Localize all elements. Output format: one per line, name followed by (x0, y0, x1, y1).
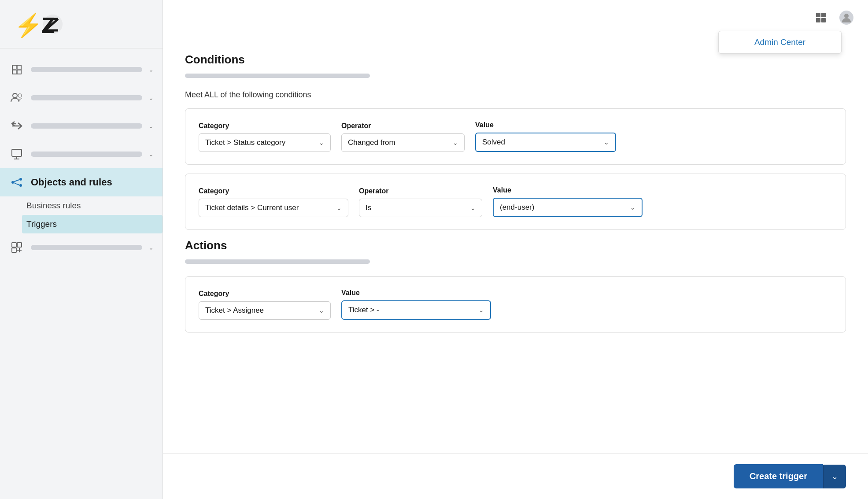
chevron-icon: ⌄ (148, 151, 154, 158)
operator-field-group-1: Operator Changed from ⌄ (341, 122, 465, 152)
apps-grid-icon[interactable] (813, 9, 829, 26)
topbar: Admin Center (163, 0, 868, 35)
actions-title: Actions (185, 239, 846, 252)
sub-nav-triggers[interactable]: Triggers (22, 215, 163, 233)
admin-center-dropdown: Admin Center (718, 31, 842, 54)
nav-label-bar (31, 123, 142, 129)
svg-text:Z: Z (41, 13, 55, 38)
chevron-down-icon: ⌄ (453, 139, 458, 146)
svg-rect-8 (12, 70, 16, 74)
value-field-group-1: Value Solved ⌄ (475, 121, 616, 152)
sidebar-item-apps[interactable]: ⌄ (0, 233, 163, 262)
bottom-bar: Create trigger ⌄ (163, 453, 868, 499)
svg-point-18 (19, 178, 22, 181)
svg-rect-25 (816, 13, 820, 17)
condition-row-1: Category Ticket > Status category ⌄ Oper… (185, 108, 846, 165)
value-label-2: Value (493, 186, 643, 194)
svg-rect-22 (12, 248, 16, 252)
zendesk-logo-icon: Z (39, 11, 67, 39)
sub-nav-business-rules: Business rules (26, 196, 163, 215)
create-trigger-button[interactable]: Create trigger (734, 464, 823, 488)
condition-row-2-fields: Category Ticket details > Current user ⌄… (199, 186, 832, 217)
svg-point-19 (19, 184, 22, 187)
action-value-select-1[interactable]: Ticket > - ⌄ (341, 300, 491, 320)
value-field-group-2: Value (end-user) ⌄ (493, 186, 643, 217)
sidebar-item-people[interactable]: ⌄ (0, 84, 163, 112)
condition-row-1-fields: Category Ticket > Status category ⌄ Oper… (199, 121, 832, 152)
chevron-icon: ⌄ (148, 122, 154, 129)
svg-rect-21 (17, 243, 22, 247)
svg-point-30 (844, 14, 849, 18)
chevron-down-icon: ⌄ (604, 139, 609, 146)
topbar-icons (813, 9, 855, 26)
svg-rect-20 (12, 243, 16, 247)
building-icon (9, 62, 25, 78)
people-icon (9, 90, 25, 106)
category-select-2[interactable]: Ticket details > Current user ⌄ (199, 199, 348, 217)
chevron-down-icon: ⌄ (336, 204, 342, 211)
svg-rect-14 (12, 149, 22, 156)
admin-center-link[interactable]: Admin Center (731, 37, 829, 47)
operator-field-group-2: Operator Is ⌄ (359, 187, 482, 217)
value-select-1[interactable]: Solved ⌄ (475, 133, 616, 152)
category-select-1[interactable]: Ticket > Status category ⌄ (199, 133, 331, 152)
svg-rect-26 (821, 13, 826, 17)
svg-rect-9 (17, 70, 21, 74)
page-content: Conditions Meet ALL of the following con… (163, 35, 868, 453)
objects-rules-label: Objects and rules (31, 177, 154, 188)
operator-select-1[interactable]: Changed from ⌄ (341, 133, 465, 152)
chevron-down-icon: ⌄ (630, 204, 635, 211)
chevron-down-icon: ⌄ (319, 139, 324, 146)
category-label-2: Category (199, 187, 348, 195)
svg-point-11 (18, 94, 22, 97)
workspaces-icon (9, 146, 25, 162)
sidebar: ⚡ Z ⌄ (0, 0, 163, 499)
operator-label-1: Operator (341, 122, 465, 130)
create-trigger-dropdown-button[interactable]: ⌄ (823, 465, 846, 488)
svg-rect-27 (816, 18, 820, 22)
nav-label-bar (31, 67, 142, 72)
conditions-bar (185, 74, 370, 78)
svg-point-17 (11, 181, 14, 184)
nav-label-bar (31, 245, 142, 250)
operator-select-2[interactable]: Is ⌄ (359, 199, 482, 217)
svg-point-10 (13, 93, 17, 98)
nav-label-bar (31, 152, 142, 157)
chevron-down-icon: ⌄ (470, 204, 476, 211)
action-category-label-1: Category (199, 290, 331, 298)
svg-rect-28 (821, 18, 826, 22)
sidebar-item-objects-rules[interactable]: Objects and rules (0, 168, 163, 196)
condition-row-2: Category Ticket details > Current user ⌄… (185, 174, 846, 230)
conditions-title: Conditions (185, 53, 846, 67)
action-category-select-1[interactable]: Ticket > Assignee ⌄ (199, 301, 331, 320)
category-field-group-1: Category Ticket > Status category ⌄ (199, 122, 331, 152)
sidebar-navigation: ⌄ ⌄ (0, 48, 163, 499)
apps-icon (9, 240, 25, 255)
svg-rect-6 (12, 65, 16, 69)
value-label-1: Value (475, 121, 616, 129)
action-category-field-group-1: Category Ticket > Assignee ⌄ (199, 290, 331, 320)
sidebar-item-account[interactable]: ⌄ (0, 55, 163, 84)
user-profile-icon[interactable] (838, 9, 855, 26)
chevron-down-icon: ⌄ (319, 307, 324, 314)
sidebar-item-workspaces[interactable]: ⌄ (0, 140, 163, 168)
actions-section: Actions Category Ticket > Assignee ⌄ Val… (185, 239, 846, 333)
sidebar-logo-area: ⚡ Z (0, 0, 163, 48)
operator-label-2: Operator (359, 187, 482, 195)
svg-text:⚡: ⚡ (14, 12, 39, 38)
action-row-1: Category Ticket > Assignee ⌄ Value Ticke… (185, 276, 846, 333)
svg-rect-7 (17, 65, 21, 69)
chevron-icon: ⌄ (148, 244, 154, 251)
action-row-1-fields: Category Ticket > Assignee ⌄ Value Ticke… (199, 289, 832, 320)
actions-bar (185, 259, 370, 264)
svg-rect-5 (12, 65, 21, 74)
value-select-2[interactable]: (end-user) ⌄ (493, 198, 643, 217)
action-value-field-group-1: Value Ticket > - ⌄ (341, 289, 491, 320)
sidebar-item-channels[interactable]: ⌄ (0, 112, 163, 140)
category-label-1: Category (199, 122, 331, 130)
chevron-icon: ⌄ (148, 66, 154, 73)
nav-label-bar (31, 95, 142, 100)
chevron-icon: ⌄ (148, 94, 154, 101)
action-value-label-1: Value (341, 289, 491, 297)
zendesk-logo-icon: ⚡ (13, 12, 39, 38)
